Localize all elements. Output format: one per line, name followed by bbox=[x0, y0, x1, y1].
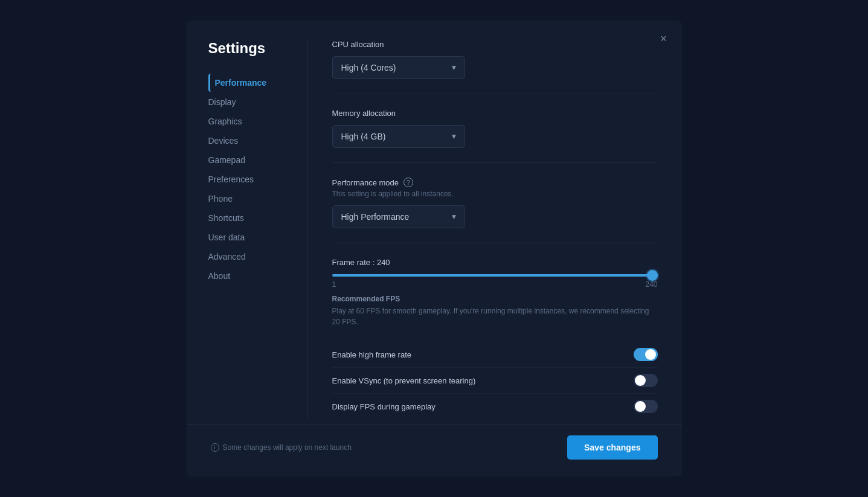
sidebar-item-about[interactable]: About bbox=[208, 267, 307, 285]
sidebar-item-advanced[interactable]: Advanced bbox=[208, 248, 307, 266]
toggle-row-display-fps: Display FPS during gameplay bbox=[332, 394, 658, 419]
cpu-allocation-section: CPU allocation High (4 Cores) Medium (2 … bbox=[332, 40, 658, 94]
fps-info-title: Recommended FPS bbox=[332, 295, 658, 303]
sidebar-item-performance[interactable]: Performance bbox=[208, 74, 307, 92]
toggle-row-high-frame-rate: Enable high frame rate bbox=[332, 342, 658, 368]
slider-min-label: 1 bbox=[332, 280, 336, 289]
footer-note: i Some changes will apply on next launch bbox=[211, 443, 352, 452]
settings-dialog: × Settings Performance Display Graphics … bbox=[187, 21, 682, 476]
memory-allocation-label: Memory allocation bbox=[332, 109, 658, 118]
toggle-knob-display-fps bbox=[635, 401, 646, 412]
footer-note-text: Some changes will apply on next launch bbox=[223, 443, 352, 452]
memory-allocation-section: Memory allocation High (4 GB) Medium (2 … bbox=[332, 109, 658, 163]
memory-allocation-select-wrapper: High (4 GB) Medium (2 GB) Low (1 GB) ▼ bbox=[332, 125, 465, 148]
slider-max-label: 240 bbox=[645, 280, 657, 289]
frame-rate-section: Frame rate : 240 1 240 Recommended FPS P… bbox=[332, 258, 658, 327]
sidebar-item-devices[interactable]: Devices bbox=[208, 132, 307, 150]
slider-minmax: 1 240 bbox=[332, 280, 658, 289]
cpu-allocation-select[interactable]: High (4 Cores) Medium (2 Cores) Low (1 C… bbox=[332, 56, 465, 79]
performance-mode-section: Performance mode ? This setting is appli… bbox=[332, 178, 658, 243]
page-title: Settings bbox=[208, 40, 307, 57]
memory-allocation-select[interactable]: High (4 GB) Medium (2 GB) Low (1 GB) bbox=[332, 125, 465, 148]
cpu-allocation-label: CPU allocation bbox=[332, 40, 658, 49]
main-content: CPU allocation High (4 Cores) Medium (2 … bbox=[307, 40, 682, 419]
fps-info-desc: Play at 60 FPS for smooth gameplay. If y… bbox=[332, 306, 658, 327]
toggle-knob-high-frame-rate bbox=[645, 349, 656, 360]
toggle-label-high-frame-rate: Enable high frame rate bbox=[332, 350, 412, 359]
performance-mode-select-wrapper: High Performance Balanced Power Saving ▼ bbox=[332, 205, 465, 228]
toggle-label-display-fps: Display FPS during gameplay bbox=[332, 402, 436, 411]
sidebar-item-shortcuts[interactable]: Shortcuts bbox=[208, 209, 307, 227]
sidebar-item-gamepad[interactable]: Gamepad bbox=[208, 151, 307, 169]
toggle-high-frame-rate[interactable] bbox=[634, 348, 658, 361]
cpu-allocation-select-wrapper: High (4 Cores) Medium (2 Cores) Low (1 C… bbox=[332, 56, 465, 79]
sidebar-item-display[interactable]: Display bbox=[208, 93, 307, 111]
sidebar-item-preferences[interactable]: Preferences bbox=[208, 170, 307, 188]
toggle-display-fps[interactable] bbox=[634, 400, 658, 413]
performance-mode-hint: This setting is applied to all instances… bbox=[332, 190, 658, 198]
close-button[interactable]: × bbox=[655, 30, 672, 47]
sidebar-item-user-data[interactable]: User data bbox=[208, 228, 307, 246]
toggle-vsync[interactable] bbox=[634, 374, 658, 387]
fps-info: Recommended FPS Play at 60 FPS for smoot… bbox=[332, 295, 658, 327]
frame-rate-label: Frame rate : 240 bbox=[332, 258, 658, 267]
sidebar-item-phone[interactable]: Phone bbox=[208, 190, 307, 208]
performance-mode-label: Performance mode ? bbox=[332, 178, 658, 187]
performance-mode-select[interactable]: High Performance Balanced Power Saving bbox=[332, 205, 465, 228]
toggles-section: Enable high frame rate Enable VSync (to … bbox=[332, 342, 658, 419]
slider-container bbox=[332, 274, 658, 277]
performance-mode-help-icon[interactable]: ? bbox=[403, 178, 413, 187]
sidebar: Settings Performance Display Graphics De… bbox=[187, 40, 307, 419]
sidebar-nav: Performance Display Graphics Devices Gam… bbox=[208, 74, 307, 285]
toggle-label-vsync: Enable VSync (to prevent screen tearing) bbox=[332, 376, 476, 385]
footer-info-icon: i bbox=[211, 443, 219, 452]
footer: i Some changes will apply on next launch… bbox=[187, 424, 682, 476]
frame-rate-slider[interactable] bbox=[332, 274, 658, 277]
sidebar-item-graphics[interactable]: Graphics bbox=[208, 112, 307, 130]
toggle-knob-vsync bbox=[635, 375, 646, 386]
save-changes-button[interactable]: Save changes bbox=[567, 435, 657, 460]
toggle-row-vsync: Enable VSync (to prevent screen tearing) bbox=[332, 368, 658, 394]
